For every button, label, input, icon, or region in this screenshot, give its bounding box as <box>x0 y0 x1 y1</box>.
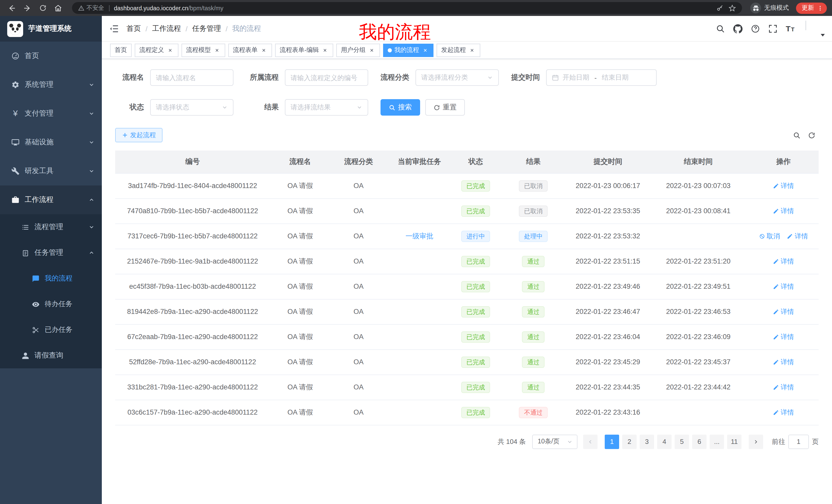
sidebar-item-todo-tasks[interactable]: 待办任务 <box>0 291 102 317</box>
tab-my-process[interactable]: 我的流程× <box>383 44 434 57</box>
breadcrumb-item-workflow[interactable]: 工作流程 <box>152 24 181 33</box>
key-icon[interactable] <box>716 4 724 11</box>
cancel-label: 取消 <box>766 231 780 241</box>
tab-user-group[interactable]: 用户分组× <box>336 44 380 57</box>
close-icon[interactable]: × <box>321 47 329 54</box>
toggle-search-icon[interactable] <box>793 131 801 139</box>
tab-start-process[interactable]: 发起流程× <box>437 44 480 57</box>
browser-menu-icon[interactable] <box>817 5 823 11</box>
cancel-link[interactable]: 取消 <box>759 231 780 241</box>
tab-process-form-edit[interactable]: 流程表单-编辑× <box>275 44 333 57</box>
process-name-input[interactable] <box>150 69 233 86</box>
reset-button[interactable]: 重置 <box>425 99 465 116</box>
close-icon[interactable]: × <box>368 47 375 54</box>
select-placeholder: 请选择流程分类 <box>421 73 468 82</box>
detail-label: 详情 <box>781 332 794 341</box>
detail-link[interactable]: 详情 <box>773 357 794 367</box>
close-icon[interactable]: × <box>468 47 476 54</box>
table-row: 52ffd28e-7b9a-11ec-a290-acde48001122 OA … <box>115 349 818 374</box>
category-select[interactable]: 请选择流程分类 <box>415 69 499 86</box>
cancel-icon <box>759 233 765 239</box>
sidebar-item-label: 已办任务 <box>45 325 73 334</box>
detail-link[interactable]: 详情 <box>787 231 808 241</box>
page-size-select[interactable]: 10条/页 <box>532 435 577 449</box>
status-badge: 已完成 <box>461 356 490 368</box>
close-icon[interactable]: × <box>422 47 429 54</box>
tab-process-model[interactable]: 流程模型× <box>182 44 225 57</box>
result-select[interactable]: 请选择流结果 <box>285 99 368 116</box>
breadcrumb-item-home[interactable]: 首页 <box>127 24 141 33</box>
sidebar-item-home[interactable]: 首页 <box>0 41 102 71</box>
sidebar-item-done-tasks[interactable]: 已办任务 <box>0 317 102 343</box>
page-button[interactable]: 4 <box>657 435 672 449</box>
hamburger-icon[interactable] <box>109 23 119 34</box>
page-ellipsis[interactable]: ... <box>710 435 724 449</box>
font-size-icon[interactable]: TT <box>786 24 795 33</box>
detail-link[interactable]: 详情 <box>773 383 794 392</box>
sidebar-item-my-process[interactable]: 我的流程 <box>0 265 102 291</box>
app-logo[interactable]: 芋道管理系统 <box>0 16 102 41</box>
detail-link[interactable]: 详情 <box>773 332 794 341</box>
page-button[interactable]: 1 <box>605 435 619 449</box>
table-header-row: 编号流程名流程分类当前审批任务状态结果提交时间结束时间操作 <box>115 150 818 173</box>
breadcrumb-item-task-management[interactable]: 任务管理 <box>192 24 221 33</box>
detail-link[interactable]: 详情 <box>773 257 794 266</box>
process-definition-input[interactable] <box>285 69 368 86</box>
sidebar-item-workflow[interactable]: 工作流程 <box>0 186 102 214</box>
tab-home[interactable]: 首页 <box>110 44 132 57</box>
top-navbar: 首页 / 工作流程 / 任务管理 / 我的流程 TT <box>102 16 832 41</box>
status-select[interactable]: 请选择状态 <box>150 99 233 116</box>
close-icon[interactable]: × <box>260 47 267 54</box>
tab-process-definition[interactable]: 流程定义× <box>135 44 178 57</box>
sidebar-item-devtools[interactable]: 研发工具 <box>0 157 102 186</box>
sidebar-item-infrastructure[interactable]: 基础设施 <box>0 128 102 157</box>
detail-link[interactable]: 详情 <box>773 181 794 190</box>
task-link[interactable]: 一级审批 <box>406 232 433 240</box>
end-time: 2022-01-23 00:07:03 <box>648 173 749 198</box>
prev-page-button[interactable] <box>583 435 598 449</box>
page-button[interactable]: 3 <box>640 435 654 449</box>
sidebar-item-label: 首页 <box>25 51 39 61</box>
detail-link[interactable]: 详情 <box>773 408 794 417</box>
sidebar-item-label: 基础设施 <box>25 138 53 147</box>
sidebar-item-process-management[interactable]: 流程管理 <box>0 214 102 240</box>
help-icon[interactable] <box>751 24 760 33</box>
status-badge: 已完成 <box>461 382 490 393</box>
detail-link[interactable]: 详情 <box>773 206 794 216</box>
next-page-button[interactable] <box>749 435 763 449</box>
forward-icon[interactable] <box>21 1 34 15</box>
sidebar-item-system[interactable]: 系统管理 <box>0 71 102 99</box>
sidebar-item-payment[interactable]: ¥ 支付管理 <box>0 99 102 128</box>
create-process-button[interactable]: 发起流程 <box>115 128 162 142</box>
github-icon[interactable] <box>733 24 743 33</box>
page-button[interactable]: 5 <box>675 435 689 449</box>
page-size-value: 10条/页 <box>538 437 560 446</box>
refresh-table-icon[interactable] <box>808 131 815 139</box>
address-bar[interactable]: 不安全 dashboard.yudao.iocoder.cn/bpm/task/… <box>72 2 742 14</box>
sidebar-item-task-management[interactable]: 任务管理 <box>0 240 102 265</box>
user-avatar[interactable] <box>805 21 824 36</box>
actions-cell: 详情 <box>748 374 818 400</box>
close-icon[interactable]: × <box>166 47 174 54</box>
sidebar-item-leave-query[interactable]: 请假查询 <box>0 343 102 368</box>
page-button[interactable]: 11 <box>727 435 742 449</box>
detail-link[interactable]: 详情 <box>773 282 794 291</box>
date-range-picker[interactable]: 开始日期 - 结束日期 <box>546 69 657 86</box>
security-warning[interactable]: 不安全 <box>78 4 104 12</box>
goto-page-input[interactable] <box>788 435 809 449</box>
home-button-icon[interactable] <box>51 1 65 15</box>
bookmark-star-icon[interactable] <box>729 4 736 11</box>
status-badge: 已完成 <box>461 180 490 191</box>
back-icon[interactable] <box>5 1 19 15</box>
tab-process-form[interactable]: 流程表单× <box>228 44 272 57</box>
page-button[interactable]: 2 <box>622 435 636 449</box>
browser-update-button[interactable]: 更新 <box>796 2 827 13</box>
close-icon[interactable]: × <box>213 47 220 54</box>
fullscreen-icon[interactable] <box>768 24 778 33</box>
search-icon[interactable] <box>716 24 725 33</box>
reload-icon[interactable] <box>36 1 49 15</box>
page-button[interactable]: 6 <box>692 435 706 449</box>
search-button[interactable]: 搜索 <box>381 99 420 116</box>
detail-link[interactable]: 详情 <box>773 307 794 316</box>
current-task-cell: 一级审批 <box>387 223 452 249</box>
